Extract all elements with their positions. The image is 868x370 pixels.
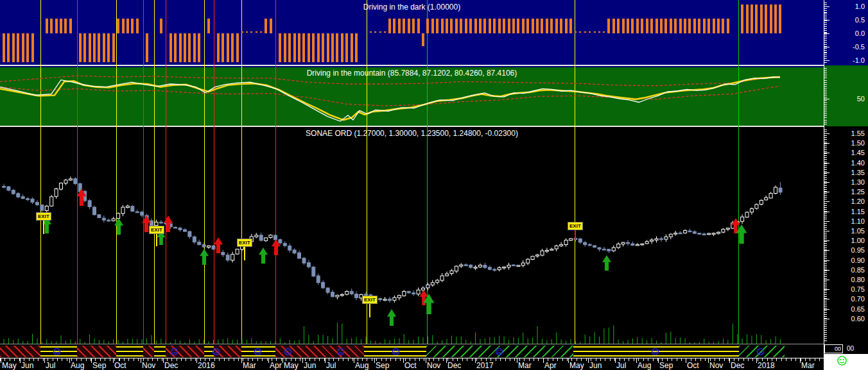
histogram-bar [184,33,186,62]
histogram-bar [460,19,462,33]
zero-dot [241,31,243,33]
candle-body [255,235,258,237]
ribbon-segment-flat [116,346,143,357]
axis-tick-label: 1.50 [831,139,865,147]
axis-major-tick [824,201,829,202]
month-boundary-tick [756,358,757,363]
exit-flag-pole [43,220,44,234]
axis-tick-label: 0.80 [831,276,865,283]
histogram-bar [284,33,286,62]
month-boundary-tick [374,358,375,363]
month-boundary-tick [403,358,404,363]
month-boundary-tick [729,358,730,363]
candle-body [550,249,553,251]
histogram-bar [607,19,610,33]
candle-body [336,295,339,297]
histogram-bar [622,19,625,33]
price-candlestick-plot [0,128,824,357]
right-price-axis[interactable]: 1.00.50.0-0.5-1.0501.551.501.451.401.351… [824,0,868,370]
axis-tick-label: 0.85 [831,266,865,274]
candle-body [131,206,134,212]
histogram-bar [231,33,234,62]
axis-tick-label: 1.00 [831,237,865,244]
candle-body [55,189,58,197]
volume-side-label: 00 [846,345,855,352]
month-label: Dec [164,361,178,370]
candle-body [536,255,539,256]
axis-minor-ticks-top [824,3,827,63]
axis-tick-label: 1.55 [831,130,865,137]
axis-tick-label: 1.40 [831,159,865,167]
month-label: Aug [355,361,369,370]
axis-tick-label: 0.75 [831,285,865,293]
candle-body [403,292,406,296]
histogram-bar [46,19,48,33]
candle-body [312,267,315,276]
candle-body [412,293,415,294]
axis-major-tick [824,133,829,134]
month-boundary-tick [20,358,21,363]
candle-body [584,242,587,244]
timeline-axis[interactable]: MayJunJulAugSepOctNovDec2016MarAprMayJun… [0,358,824,370]
axis-tick-label: 1.30 [831,178,865,186]
histogram-bar [441,19,444,33]
candle-body [317,276,320,283]
axis-major-tick [824,143,829,144]
exit-flag: EXIT [362,296,378,304]
month-label: Jun [589,361,602,370]
buy-arrow [259,248,268,264]
face-icon [212,347,220,358]
axis-major-tick [824,299,829,299]
month-label: Dec [447,361,461,370]
candle-body [469,265,473,267]
axis-major-tick [824,309,829,310]
histogram-bar [422,33,424,46]
axis-major-tick [824,33,829,34]
candle-body [269,235,272,238]
histogram-bar [312,33,315,62]
month-boundary-tick [658,358,659,363]
month-label: Dec [731,361,744,370]
signal-yellow-line [0,77,780,120]
candle-body [674,233,677,235]
candle-body [174,227,177,228]
signal-arrows [42,189,747,326]
histogram-bar [536,19,539,33]
histogram-bar [26,33,29,62]
candle-body [650,240,654,241]
month-boundary-tick [163,358,164,363]
histogram-bar [60,19,62,33]
candle-body [636,244,639,246]
candle-body [493,269,496,271]
smiley-icon [837,355,847,366]
volume-value-box: 00 [824,344,843,353]
face-icon [392,347,400,358]
histogram-bar [455,19,458,33]
zero-dot [575,31,577,33]
axis-major-tick [824,280,829,280]
buy-arrow [387,309,396,326]
histogram-bar [774,4,777,33]
candle-body [50,197,53,206]
candle-body [298,253,301,258]
histogram-bar [446,19,448,33]
axis-major-tick [824,192,829,192]
axis-major-tick [824,6,829,7]
ribbon-segment-flat [154,346,166,357]
histogram-bar [288,33,291,62]
candle-body [660,239,663,240]
candle-body [560,245,563,246]
candle-body [417,290,420,294]
candle-body [26,199,30,200]
histogram-bar [512,19,515,33]
candle-body [60,183,63,190]
month-boundary-tick [241,358,242,363]
month-label: Jul [326,361,336,370]
histogram-bar [7,33,10,62]
histogram-bar [636,19,639,33]
histogram-bar [302,33,305,62]
candle-body [383,299,386,301]
dark-indicator-histogram [0,0,824,65]
histogram-bar [160,19,162,33]
histogram-bar [107,33,110,62]
